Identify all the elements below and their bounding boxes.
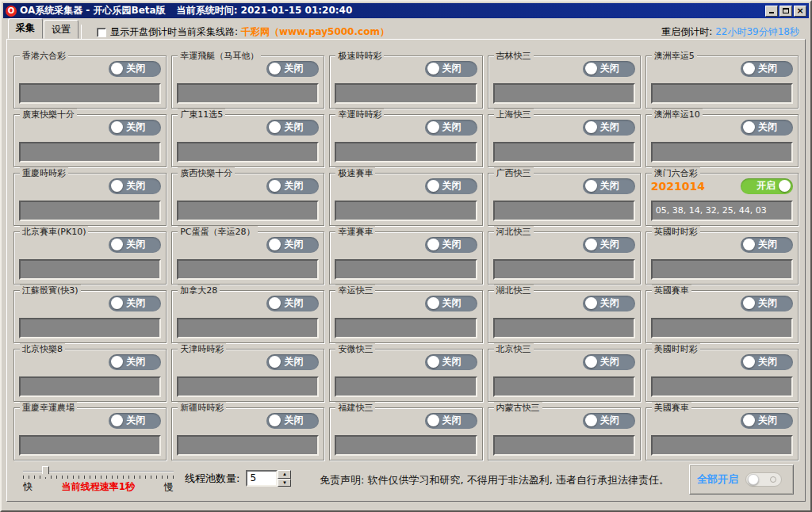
lottery-panel-row: 关闭 (335, 295, 477, 311)
toggle-label: 关闭 (600, 62, 619, 75)
lottery-panel: 幸運飛艇（马耳他） 关闭 (171, 55, 324, 109)
lottery-toggle[interactable]: 开启 (741, 178, 793, 194)
lottery-toggle[interactable]: 关闭 (583, 61, 635, 77)
lottery-toggle[interactable]: 关闭 (583, 354, 635, 370)
spinner-up-button[interactable]: ▲ (278, 470, 291, 479)
lottery-result (335, 259, 477, 280)
toggle-knob (585, 63, 597, 75)
lottery-result (177, 83, 319, 104)
all-open-panel: 全部开启 (689, 464, 794, 495)
toggle-label: 关闭 (758, 238, 777, 251)
lottery-toggle[interactable]: 关闭 (266, 354, 319, 370)
toggle-knob (743, 121, 755, 133)
lottery-result: 05, 38, 14, 32, 25, 44, 03 (651, 201, 793, 221)
lottery-result (651, 259, 793, 280)
lottery-result (19, 435, 161, 456)
lottery-toggle[interactable]: 关闭 (109, 237, 161, 253)
disclaimer-text: 免责声明: 软件仅供学习和研究, 不得用于非法盈利, 违者自行承担法律责任。 (320, 473, 669, 487)
lottery-toggle[interactable]: 关闭 (583, 296, 635, 311)
lottery-toggle[interactable]: 关闭 (741, 61, 793, 77)
toggle-knob (269, 180, 281, 192)
lottery-toggle[interactable]: 关闭 (109, 178, 161, 194)
lottery-panel: 香港六合彩 关闭 (13, 55, 167, 109)
lottery-toggle[interactable]: 关闭 (741, 354, 793, 370)
lottery-toggle[interactable]: 关闭 (109, 120, 161, 136)
lottery-toggle[interactable]: 关闭 (583, 413, 635, 429)
toggle-label: 关闭 (126, 238, 145, 251)
lottery-result (19, 142, 161, 162)
app-icon: O (6, 6, 17, 17)
toggle-label: 关闭 (442, 120, 462, 134)
toggle-knob (111, 415, 123, 426)
minimize-button[interactable] (765, 6, 778, 17)
lottery-toggle[interactable]: 关闭 (109, 354, 161, 370)
lottery-toggle[interactable]: 关闭 (109, 61, 161, 77)
lottery-toggle[interactable]: 关闭 (266, 178, 319, 194)
lottery-toggle[interactable]: 关闭 (741, 120, 793, 136)
toggle-label: 关闭 (442, 238, 462, 251)
lottery-panel-row: 关闭 (651, 353, 793, 370)
lottery-panel-row: 关闭 (493, 178, 635, 194)
lottery-toggle[interactable]: 关闭 (266, 413, 319, 429)
show-countdown-checkbox[interactable] (97, 28, 106, 37)
lottery-toggle[interactable]: 关闭 (583, 178, 635, 194)
lottery-result (177, 376, 319, 397)
toggle-label: 关闭 (442, 296, 462, 310)
lottery-panel: 澳洲幸运5 关闭 (645, 55, 799, 109)
toggle-knob (269, 415, 281, 426)
lottery-toggle[interactable]: 关闭 (425, 237, 477, 253)
lottery-toggle[interactable]: 关闭 (425, 61, 477, 77)
toggle-knob (585, 415, 597, 426)
lottery-toggle[interactable]: 关闭 (741, 296, 793, 311)
restart-countdown: 重启倒计时: 22小时39分钟18秒 (661, 25, 799, 39)
tab-settings[interactable]: 设置 (44, 20, 79, 39)
lottery-toggle[interactable]: 关闭 (266, 296, 319, 311)
close-button[interactable]: × (794, 6, 806, 17)
toggle-label: 关闭 (126, 179, 145, 193)
lottery-panel-row: 关闭 (19, 119, 161, 136)
all-open-toggle[interactable] (745, 472, 782, 487)
lottery-toggle[interactable]: 关闭 (425, 354, 477, 370)
lottery-result (177, 435, 319, 456)
toggle-knob (427, 297, 439, 309)
toggle-knob (743, 297, 755, 309)
lottery-toggle[interactable]: 关闭 (425, 296, 477, 311)
lottery-toggle[interactable]: 关闭 (425, 413, 477, 429)
lottery-panel: 美國时时彩 关闭 (645, 349, 799, 402)
lottery-panel-row: 关闭 (335, 353, 477, 370)
lottery-issue: 2021014 (651, 180, 705, 193)
lottery-toggle[interactable]: 关闭 (109, 413, 161, 429)
lottery-result (651, 318, 793, 338)
speed-slider[interactable]: 快 当前线程速率1秒 慢 (23, 466, 174, 494)
lottery-toggle[interactable]: 关闭 (425, 178, 477, 194)
lottery-toggle[interactable]: 关闭 (583, 237, 635, 253)
lottery-panel: 吉林快三 关闭 (488, 55, 641, 109)
lottery-toggle[interactable]: 关闭 (109, 296, 161, 311)
lottery-toggle[interactable]: 关闭 (583, 120, 635, 136)
lottery-toggle[interactable]: 关闭 (266, 237, 319, 253)
toggle-label: 关闭 (442, 62, 462, 75)
collect-tab-page: 香港六合彩 关闭 幸運飛艇（马耳他） 关闭 极速時時彩 关闭 (6, 39, 806, 502)
lottery-panel: 英國时时彩 关闭 (645, 231, 799, 285)
lottery-panel: 廣西快樂十分 关闭 (171, 173, 324, 226)
lottery-toggle[interactable]: 关闭 (266, 120, 319, 136)
lottery-toggle[interactable]: 关闭 (741, 413, 793, 429)
tab-collect[interactable]: 采集 (8, 18, 43, 39)
speed-slow-label: 慢 (164, 480, 174, 494)
toggle-label: 关闭 (284, 414, 303, 427)
thread-count-field[interactable]: 5 (246, 470, 278, 487)
toggle-knob (743, 239, 755, 250)
lottery-toggle[interactable]: 关闭 (741, 237, 793, 253)
toggle-label: 关闭 (600, 238, 619, 251)
lottery-toggle[interactable]: 关闭 (425, 120, 477, 136)
lottery-result (335, 83, 477, 104)
lottery-panel: 重慶時時彩 关闭 (13, 173, 167, 226)
toggle-label: 关闭 (284, 179, 303, 193)
toggle-label: 关闭 (442, 355, 462, 369)
maximize-button[interactable] (779, 6, 792, 17)
lottery-toggle[interactable]: 关闭 (266, 61, 319, 77)
spinner-down-button[interactable]: ▼ (278, 479, 291, 487)
toggle-label: 关闭 (600, 120, 619, 134)
lottery-panel: 天津時時彩 关闭 (171, 349, 324, 402)
toggle-knob (111, 180, 123, 192)
